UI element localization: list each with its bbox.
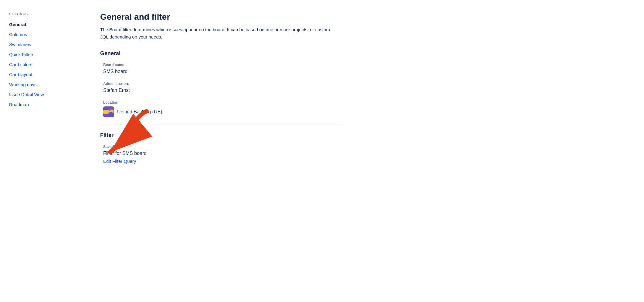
sidebar-item-issue-detail-view[interactable]: Issue Detail View [9, 90, 76, 99]
sidebar-link-general[interactable]: General [9, 20, 76, 29]
board-name-field: Board name SMS board [100, 63, 343, 74]
sidebar-link-swimlanes[interactable]: Swimlanes [9, 40, 76, 49]
svg-rect-2 [109, 112, 113, 112]
page-description: The Board filter determines which issues… [100, 26, 337, 41]
filter-section: Filter Saved Filter Filter for SMS board… [100, 132, 343, 164]
administrators-value: Stefan Ernst [103, 88, 343, 93]
saved-filter-label: Saved Filter [100, 145, 147, 149]
filter-section-title: Filter [100, 132, 343, 139]
sidebar-item-roadmap[interactable]: Roadmap [9, 100, 76, 109]
location-value: Unified Backlog (UB) [103, 106, 343, 117]
location-text: Unified Backlog (UB) [117, 109, 162, 115]
location-field: Location Unified Backlog (UB) [100, 100, 343, 117]
main-content: General and filter The Board filter dete… [85, 0, 358, 302]
sidebar-link-working-days[interactable]: Working days [9, 80, 76, 89]
sidebar-link-quick-filters[interactable]: Quick Filters [9, 50, 76, 59]
sidebar-item-general[interactable]: General [9, 20, 76, 29]
sidebar-link-issue-detail-view[interactable]: Issue Detail View [9, 90, 76, 99]
page-title: General and filter [100, 12, 343, 22]
sidebar: SETTINGS General Columns Swimlanes Quick… [0, 0, 85, 302]
sidebar-item-swimlanes[interactable]: Swimlanes [9, 40, 76, 49]
sidebar-nav: General Columns Swimlanes Quick Filters … [9, 20, 76, 109]
location-label: Location [103, 100, 343, 105]
administrators-label: Administrators [103, 82, 343, 86]
saved-filter-value: Filter for SMS board [100, 151, 147, 156]
administrators-field: Administrators Stefan Ernst [100, 82, 343, 93]
sidebar-item-quick-filters[interactable]: Quick Filters [9, 50, 76, 59]
sidebar-link-card-layout[interactable]: Card layout [9, 70, 76, 79]
sidebar-item-columns[interactable]: Columns [9, 30, 76, 39]
section-divider [100, 125, 343, 125]
general-section-title: General [100, 50, 343, 57]
sidebar-item-card-colors[interactable]: Card colors [9, 60, 76, 69]
sidebar-link-roadmap[interactable]: Roadmap [9, 100, 76, 109]
arrow-container: Saved Filter Filter for SMS board Edit F… [100, 145, 147, 164]
general-section: General Board name SMS board Administrat… [100, 50, 343, 117]
sidebar-item-working-days[interactable]: Working days [9, 80, 76, 89]
board-name-value: SMS board [103, 69, 343, 74]
sidebar-link-card-colors[interactable]: Card colors [9, 60, 76, 69]
settings-label: SETTINGS [9, 12, 76, 16]
board-name-label: Board name [103, 63, 343, 67]
location-icon [103, 106, 114, 117]
svg-rect-0 [108, 109, 114, 113]
edit-filter-query-link[interactable]: Edit Filter Query [100, 159, 136, 164]
sidebar-item-card-layout[interactable]: Card layout [9, 70, 76, 79]
sidebar-link-columns[interactable]: Columns [9, 30, 76, 39]
svg-rect-1 [109, 110, 110, 111]
